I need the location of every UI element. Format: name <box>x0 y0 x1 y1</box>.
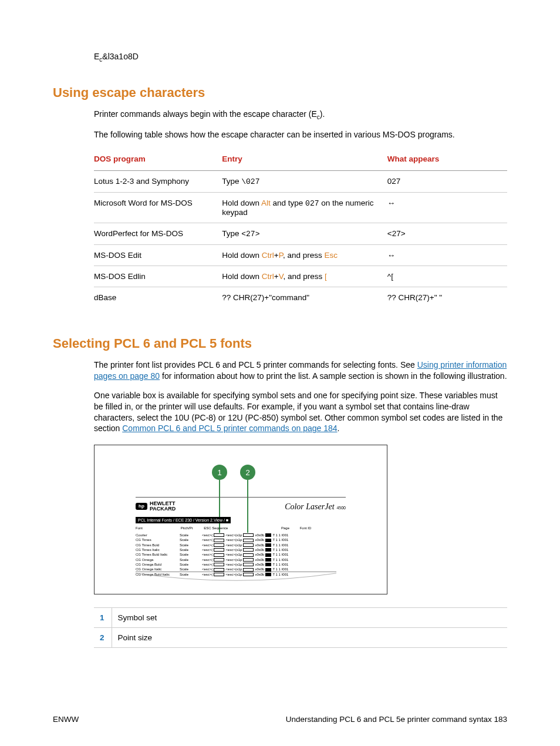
cell-appears: 027 <box>387 170 507 192</box>
table-row: Microsoft Word for MS-DOSHold down Alt a… <box>94 192 507 223</box>
th-entry: Entry <box>222 149 387 171</box>
callout-1: 1 <box>212 465 227 480</box>
fonts-para-2: One variable box is available for specif… <box>94 390 507 435</box>
font-grid: Font Pitch/Pt ESC Sequence Page Font ID … <box>136 526 346 577</box>
legend-row-2: 2 Point size <box>94 628 507 648</box>
cell-appears: ↔ <box>387 244 507 266</box>
escape-e: E <box>94 52 99 61</box>
table-row: MS-DOS EditHold down Ctrl+P, and press E… <box>94 244 507 266</box>
heading-escape-characters: Using escape characters <box>53 85 507 100</box>
fonts-para-1: The printer font list provides PCL 6 and… <box>94 359 507 382</box>
cell-entry: Type \027 <box>222 170 387 192</box>
legend-row-1: 1 Symbol set <box>94 608 507 628</box>
font-grid-row: CG OmegaScale<esc>(<esc>(s1pv0s0bT 1 1 I… <box>136 557 346 562</box>
hp-logo: hp HEWLETT PACKARD <box>136 501 176 512</box>
escape-sequence-line: Ec&l3a1o8D <box>94 52 507 63</box>
table-row: dBase?? CHR(27)+"command"?? CHR(27)+" " <box>94 287 507 308</box>
th-appears: What appears <box>387 149 507 171</box>
font-list-illustration: 1 2 hp HEWLETT PACKARD Color LaserJet 45… <box>94 445 507 594</box>
cell-entry: Hold down Alt and type 027 on the numeri… <box>222 192 387 223</box>
page-footer: ENWW Understanding PCL 6 and PCL 5e prin… <box>53 715 507 724</box>
font-grid-row: CG Omega BoldScale<esc>(<esc>(s1pv0s0bT … <box>136 562 346 567</box>
cell-appears: <27> <box>387 223 507 244</box>
title-bar: PCL Internal Fonts / ECE 230 / Version 2… <box>136 517 231 523</box>
cell-program: Lotus 1-2-3 and Symphony <box>94 170 222 192</box>
dos-program-table: DOS program Entry What appears Lotus 1-2… <box>94 149 507 308</box>
cell-program: WordPerfect for MS-DOS <box>94 223 222 244</box>
cell-program: Microsoft Word for MS-DOS <box>94 192 222 223</box>
cell-appears: ^[ <box>387 266 507 287</box>
escape-rest: &l3a1o8D <box>102 52 139 61</box>
cell-program: MS-DOS Edit <box>94 244 222 266</box>
cell-appears: ?? CHR(27)+" " <box>387 287 507 308</box>
cell-entry: Type <27> <box>222 223 387 244</box>
hp-logo-icon: hp <box>136 503 147 510</box>
page-curve <box>136 572 336 583</box>
color-laserjet-title: Color LaserJet 4500 <box>285 502 346 512</box>
font-grid-row: CourierScale<esc>(<esc>(s1pv0s0bT 1 1 I0… <box>136 533 346 537</box>
table-row: WordPerfect for MS-DOSType <27><27> <box>94 223 507 244</box>
font-grid-row: CG Times ItalicScale<esc>(<esc>(s1pv0s0b… <box>136 547 346 552</box>
font-grid-row: CG Times BoldScale<esc>(<esc>(s1pv0s0bT … <box>136 543 346 547</box>
footer-left: ENWW <box>53 715 79 724</box>
hp-sample-page: hp HEWLETT PACKARD Color LaserJet 4500 P… <box>136 497 346 583</box>
footer-right: Understanding PCL 6 and PCL 5e printer c… <box>286 715 507 724</box>
cell-entry: Hold down Ctrl+P, and press Esc <box>222 244 387 266</box>
font-grid-row: CG Times Bold ItalicScale<esc>(<esc>(s1p… <box>136 552 346 557</box>
font-grid-row: CG TimesScale<esc>(<esc>(s1pv0s0bT 1 1 I… <box>136 537 346 542</box>
cell-appears: ↔ <box>387 192 507 223</box>
cell-entry: Hold down Ctrl+V, and press [ <box>222 266 387 287</box>
callout-legend-table: 1 Symbol set 2 Point size <box>94 607 507 648</box>
th-program: DOS program <box>94 149 222 171</box>
table-row: Lotus 1-2-3 and SymphonyType \027027 <box>94 170 507 192</box>
callout-2: 2 <box>240 465 255 480</box>
heading-selecting-fonts: Selecting PCL 6 and PCL 5 fonts <box>53 336 507 351</box>
cell-program: dBase <box>94 287 222 308</box>
link-common-pcl-commands[interactable]: Common PCL 6 and PCL 5 printer commands … <box>122 424 337 433</box>
escape-para-1: Printer commands always begin with the e… <box>94 109 507 121</box>
escape-para-2: The following table shows how the escape… <box>94 129 507 140</box>
cell-entry: ?? CHR(27)+"command" <box>222 287 387 308</box>
table-row: MS-DOS EdlinHold down Ctrl+V, and press … <box>94 266 507 287</box>
cell-program: MS-DOS Edlin <box>94 266 222 287</box>
